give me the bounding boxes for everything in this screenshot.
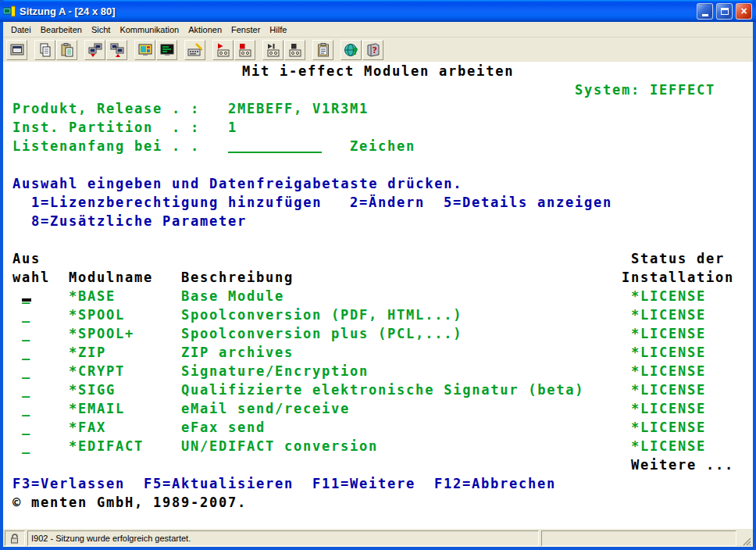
macro-step-icon (266, 42, 281, 58)
close-icon: × (740, 5, 747, 16)
print-screen-button[interactable] (6, 40, 27, 60)
partition-label: Inst. Partition . : (12, 118, 200, 137)
macro-play-icon (216, 42, 231, 58)
module-name: *FAX (69, 418, 106, 437)
menu-bearbeiten[interactable]: Bearbeiten (36, 23, 87, 36)
titlebar[interactable]: Sitzung A - [24 x 80] × (0, 0, 756, 22)
paste-icon (59, 42, 75, 58)
header-beschreibung: Beschreibung (181, 268, 294, 287)
header-modulname: Modulname (69, 268, 153, 287)
status-panel (541, 530, 736, 546)
module-name: *CRYPT (69, 362, 125, 380)
module-description: eMail send/receive (181, 399, 350, 418)
copy-button[interactable] (34, 40, 55, 60)
unlocked-padlock-icon (9, 533, 20, 544)
web-help-button[interactable]: ? (341, 40, 362, 60)
menu-fenster[interactable]: Fenster (226, 23, 265, 36)
row-select-field[interactable]: _ (22, 437, 31, 455)
fkey-f5: F5=Aktualisieren (144, 474, 294, 493)
row-select-field[interactable]: _ (22, 362, 31, 380)
row-select-field[interactable]: _ (22, 305, 31, 324)
fkey-f11: F11=Weitere (312, 474, 415, 493)
listenanfang-input[interactable] (228, 152, 322, 153)
module-description: Signature/Encryption (181, 362, 369, 380)
statusbar: I902 - Sitzung wurde erfolgreich gestart… (3, 528, 753, 547)
menu-sicht[interactable]: Sicht (87, 23, 115, 36)
row-select-field[interactable]: _ (22, 418, 31, 437)
module-status: *LICENSE (631, 343, 706, 362)
macro-record-button[interactable] (284, 40, 305, 60)
macro-stop-icon (237, 42, 253, 58)
close-button[interactable]: × (736, 3, 752, 20)
module-description: Spoolconversion plus (PCL,...) (181, 324, 462, 343)
menubar: Datei Bearbeiten Sicht Kommunikation Akt… (3, 22, 753, 38)
window-title: Sitzung A - [24 x 80] (20, 5, 694, 17)
resize-grip-icon (741, 536, 751, 546)
module-status: *LICENSE (631, 380, 706, 399)
clipboard-icon (316, 42, 331, 58)
module-status: *LICENSE (631, 399, 706, 418)
partition-value: 1 (228, 118, 237, 137)
maximize-button[interactable] (716, 3, 733, 20)
app-icon[interactable] (3, 5, 16, 18)
display-setup-button[interactable] (134, 40, 155, 60)
menu-datei[interactable]: Datei (6, 23, 36, 36)
module-status: *LICENSE (631, 305, 706, 324)
module-name: *SPOOL+ (69, 324, 134, 343)
window-frame: Datei Bearbeiten Sicht Kommunikation Akt… (0, 22, 756, 550)
produkt-label: Produkt, Release . : (12, 99, 200, 118)
fkey-f12: F12=Abbrechen (434, 474, 556, 493)
menu-aktionen[interactable]: Aktionen (184, 23, 226, 36)
header-aus: Aus (12, 249, 41, 268)
app-window: Sitzung A - [24 x 80] × Datei Bearbeiten… (0, 0, 756, 550)
row-select-field[interactable]: _ (22, 343, 31, 362)
web-help-icon: ? (344, 42, 359, 58)
row-select-field[interactable]: _ (22, 399, 31, 418)
menu-kommunikation[interactable]: Kommunikation (115, 23, 184, 36)
print-screen-icon (9, 42, 25, 58)
fkey-f3: F3=Verlassen (12, 474, 125, 493)
color-setup-icon (159, 42, 175, 58)
status-message: I902 - Sitzung wurde erfolgreich gestart… (27, 530, 539, 546)
toolbar: ? ? (3, 38, 753, 62)
produkt-value: 2MEBEFF, V1R3M1 (228, 99, 369, 118)
listenanfang-label: Listenanfang bei . . (12, 137, 200, 155)
macro-step-button[interactable] (262, 40, 284, 60)
paste-button[interactable] (56, 40, 77, 60)
send-file-icon (87, 42, 103, 58)
macro-stop-button[interactable] (234, 40, 255, 60)
row-select-field[interactable]: _ (22, 287, 31, 305)
clipboard-button[interactable] (312, 40, 333, 60)
svg-text:?: ? (352, 45, 358, 57)
module-name: *BASE (69, 287, 116, 305)
keyboard-setup-button[interactable] (184, 40, 205, 60)
module-status: *LICENSE (631, 437, 706, 455)
help-button[interactable]: ? (362, 40, 383, 60)
terminal-screen[interactable]: Mit i-effect Modulen arbeiten System: IE… (3, 62, 753, 528)
header-status: Status der (631, 249, 725, 268)
minimize-button[interactable] (697, 3, 713, 20)
keyboard-setup-icon (187, 42, 203, 58)
macro-play-button[interactable] (212, 40, 234, 60)
module-status: *LICENSE (631, 362, 706, 380)
send-file-button[interactable] (84, 40, 105, 60)
system-label: System: (575, 80, 640, 99)
receive-file-button[interactable] (106, 40, 127, 60)
receive-file-icon (109, 42, 125, 58)
resize-grip[interactable] (739, 530, 751, 546)
maximize-icon (721, 8, 729, 15)
module-name: *ZIP (69, 343, 106, 362)
macro-record-icon (287, 42, 303, 58)
menu-hilfe[interactable]: Hilfe (265, 23, 291, 36)
module-description: Qualifizierte elektronische Signatur (be… (181, 380, 584, 399)
instructions: Auswahl eingeben und Datenfreigabetaste … (12, 174, 462, 193)
header-installation: Installation (622, 268, 734, 287)
module-name: *EMAIL (69, 399, 125, 418)
copyright: © menten GmbH, 1989-2007. (12, 493, 247, 512)
row-select-field[interactable]: _ (22, 380, 31, 399)
row-select-field[interactable]: _ (22, 324, 31, 343)
color-setup-button[interactable] (156, 40, 177, 60)
system-value: IEFFECT (650, 80, 715, 99)
text-cursor (22, 298, 31, 302)
module-description: UN/EDIFACT conversion (181, 437, 378, 455)
